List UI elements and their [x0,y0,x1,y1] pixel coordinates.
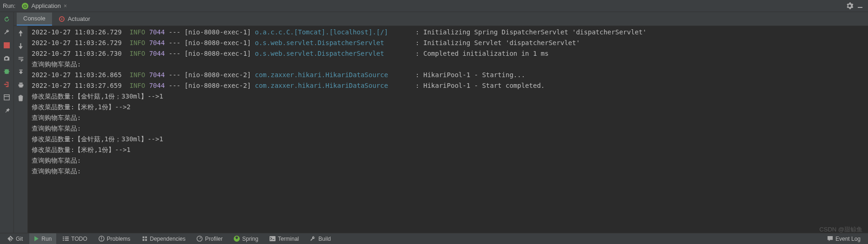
footer-dependencies-label: Dependencies [150,236,186,242]
run-label: Run: [3,2,15,9]
footer-dependencies[interactable]: Dependencies [137,233,191,244]
console-gutter [14,26,28,233]
tab-console[interactable]: Console [17,13,52,26]
log-line: 查询购物车菜品: [32,112,864,123]
tab-actuator-label: Actuator [68,15,90,22]
log-line: 2022-10-27 11:03:26.729 INFO 7044 --- [n… [32,27,864,38]
close-tab-icon[interactable]: × [64,3,67,9]
layout-icon[interactable] [3,93,11,101]
console-output[interactable]: 2022-10-27 11:03:26.729 INFO 7044 --- [n… [28,26,868,233]
rerun-icon[interactable] [3,15,11,23]
footer-terminal[interactable]: Terminal [265,233,303,244]
footer-terminal-label: Terminal [278,236,299,242]
log-line: 2022-10-27 11:03:26.730 INFO 7044 --- [n… [32,48,864,59]
footer-profiler-label: Profiler [205,236,223,242]
exit-icon[interactable] [3,80,11,88]
run-config-tab[interactable]: Application × [18,1,71,10]
tab-actuator[interactable]: Actuator [52,13,97,26]
footer-problems[interactable]: Problems [94,233,135,244]
camera-icon[interactable] [3,54,11,62]
log-line: 修改菜品数量:【金针菇,1份；330ml】-->1 [32,134,864,145]
footer-profiler[interactable]: Profiler [192,233,227,244]
print-icon[interactable] [17,81,25,89]
actuator-icon [59,16,65,22]
svg-rect-0 [858,7,862,8]
footer-run-label: Run [41,236,52,242]
footer-build-label: Build [318,236,331,242]
log-line: 查询购物车菜品: [32,123,864,134]
trash-icon[interactable] [17,94,25,102]
footer-git-label: Git [16,236,23,242]
footer-run[interactable]: Run [29,233,56,244]
footer-eventlog[interactable]: Event Log [822,233,865,244]
down-icon[interactable] [17,42,25,50]
svg-rect-10 [270,236,276,241]
run-config-name: Application [31,2,61,9]
up-icon[interactable] [17,29,25,37]
stop-icon[interactable] [3,41,11,49]
log-line: 修改菜品数量:【金针菇,1份；330ml】-->1 [32,91,864,102]
log-line: 查询购物车菜品: [32,59,864,70]
svg-rect-1 [4,42,10,48]
footer-build[interactable]: Build [305,233,335,244]
wrench-icon[interactable] [3,28,11,36]
svg-rect-2 [4,94,9,99]
log-line: 2022-10-27 11:03:27.659 INFO 7044 --- [n… [32,80,864,91]
svg-rect-8 [101,240,102,240]
scroll-end-icon[interactable] [17,68,25,76]
bottom-toolbar: Git Run TODO Problems Dependencies Profi… [0,233,868,244]
run-tabbar: Console Actuator [14,12,868,26]
log-line: 查询购物车菜品: [32,155,864,166]
footer-git[interactable]: Git [3,233,27,244]
svg-rect-7 [101,237,102,239]
spring-boot-icon [22,3,28,9]
log-line: 2022-10-27 11:03:26.865 INFO 7044 --- [n… [32,70,864,80]
pin-icon[interactable] [3,106,11,114]
minimize-icon[interactable] [855,2,865,10]
footer-todo-label: TODO [71,236,87,242]
svg-point-5 [61,18,62,20]
settings-icon[interactable] [844,1,855,10]
footer-spring-label: Spring [242,236,258,242]
log-line: 修改菜品数量:【米粉,1份】-->2 [32,102,864,112]
footer-problems-label: Problems [107,236,131,242]
run-header: Run: Application × [0,0,868,12]
bug-icon[interactable] [3,67,11,75]
tab-console-label: Console [23,15,46,22]
soft-wrap-icon[interactable] [17,55,25,63]
log-line: 查询购物车菜品: [32,166,864,177]
footer-eventlog-label: Event Log [835,236,861,242]
log-line: 2022-10-27 11:03:26.729 INFO 7044 --- [n… [32,38,864,48]
log-line: 修改菜品数量:【米粉,1份】-->1 [32,145,864,155]
left-toolbar [0,12,14,233]
footer-todo[interactable]: TODO [58,233,92,244]
footer-spring[interactable]: Spring [229,233,263,244]
